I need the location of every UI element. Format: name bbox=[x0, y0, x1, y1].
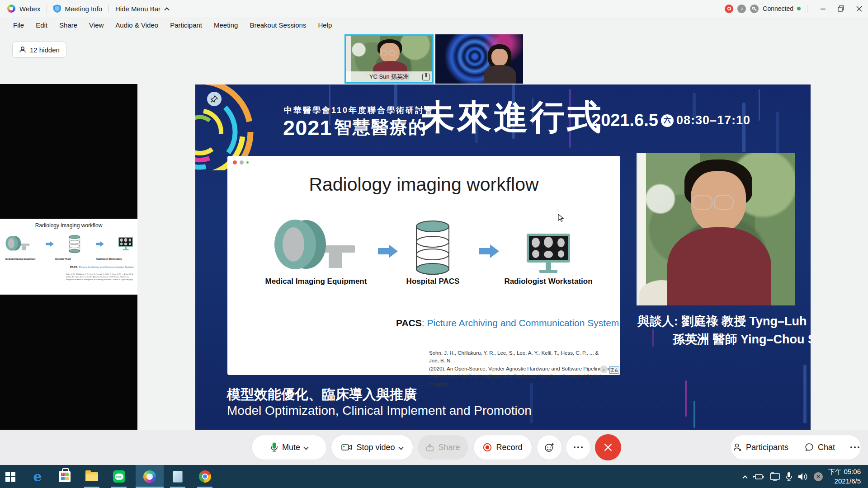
slide-thumbnail[interactable]: Radiology imaging workflow bbox=[0, 219, 137, 295]
start-button[interactable] bbox=[0, 465, 21, 488]
divider bbox=[108, 5, 109, 13]
record-button[interactable]: Record bbox=[474, 435, 532, 460]
person-icon bbox=[19, 46, 26, 53]
green-dot-icon bbox=[246, 161, 249, 164]
more-panels-button[interactable] bbox=[843, 446, 867, 448]
presentation-slide: Radiology imaging workflow bbox=[227, 156, 620, 375]
mini-step1-label: Medical Imaging Equipment bbox=[5, 258, 35, 260]
windows-taskbar: e LINE bbox=[0, 465, 868, 488]
music-mode-icon[interactable]: ♪ bbox=[737, 5, 746, 13]
hide-menu-bar-button[interactable]: Hide Menu Bar bbox=[115, 5, 160, 13]
mini-pacs-line: PACS: Picture Archiving and Communicatio… bbox=[70, 266, 134, 268]
more-options-button[interactable] bbox=[566, 435, 590, 460]
mini-workstation-icon bbox=[118, 237, 133, 251]
notification-badge-icon[interactable] bbox=[725, 5, 733, 13]
taskbar-store[interactable] bbox=[54, 465, 75, 488]
video-thumbnail-active-speaker[interactable]: YC Sun 孫英洲 bbox=[344, 34, 434, 84]
menu-help[interactable]: Help bbox=[312, 19, 338, 31]
menu-file[interactable]: File bbox=[7, 19, 30, 31]
slide-title: Radiology imaging workflow bbox=[227, 174, 620, 195]
restore-button[interactable] bbox=[832, 0, 850, 17]
session-title-zh: 模型效能優化、臨床導入與推廣 bbox=[227, 385, 417, 404]
taskbar-chrome[interactable] bbox=[194, 465, 215, 488]
chevron-down-icon[interactable] bbox=[398, 445, 403, 450]
radiology-workstation-icon bbox=[527, 234, 570, 275]
taskbar-clock[interactable]: 下午 05:06 2021/6/5 bbox=[828, 467, 863, 486]
banner-subtitle: 中華醫學會110年度聯合學術研討會 bbox=[284, 105, 434, 116]
slide-next-chevron: › bbox=[600, 366, 608, 373]
mouse-cursor-icon bbox=[557, 214, 564, 223]
close-button[interactable] bbox=[850, 0, 868, 17]
connection-status: Connected bbox=[763, 5, 793, 12]
taskbar-notepad[interactable] bbox=[167, 465, 188, 488]
minimize-button[interactable] bbox=[814, 0, 832, 17]
gray-dot-icon bbox=[240, 160, 244, 164]
mute-button[interactable]: Mute bbox=[252, 435, 326, 460]
speaker-icon[interactable] bbox=[797, 473, 808, 481]
pacs-definition: PACS: Picture Archiving and Communicatio… bbox=[396, 318, 619, 328]
pin-icon bbox=[211, 95, 218, 103]
folder-icon bbox=[85, 472, 98, 481]
taskbar-line[interactable]: LINE bbox=[108, 465, 129, 488]
meeting-info-button[interactable]: Meeting Info bbox=[65, 5, 102, 13]
mini-citation: Sohn, J. H., Chillakuru, Y. R., Lee, S.,… bbox=[66, 273, 134, 281]
tray-expand-icon[interactable] bbox=[743, 475, 748, 480]
menu-participant[interactable]: Participant bbox=[164, 19, 208, 31]
lock-key-icon[interactable] bbox=[750, 5, 759, 13]
panels-pill: Participants Chat bbox=[731, 435, 861, 460]
mini-database-icon bbox=[68, 235, 81, 253]
pacs-database-icon bbox=[414, 220, 452, 275]
microphone-icon bbox=[270, 442, 278, 453]
menu-breakout-sessions[interactable]: Breakout Sessions bbox=[244, 19, 312, 31]
chat-button[interactable]: Chat bbox=[797, 443, 843, 452]
taskbar-webex-active[interactable] bbox=[136, 465, 164, 488]
meeting-control-bar: Mute Stop video Share bbox=[0, 430, 868, 465]
muted-status-icon[interactable]: ✕ bbox=[814, 472, 823, 481]
hidden-participants-badge[interactable]: 12 hidden bbox=[12, 42, 66, 58]
title-bar: Webex Meeting Info Hide Menu Bar ♪ Conne… bbox=[0, 0, 868, 17]
banner-big-title: 未來進行式 bbox=[420, 94, 604, 141]
speaker-person bbox=[667, 160, 771, 305]
menu-audio-video[interactable]: Audio & Video bbox=[109, 19, 164, 31]
chrome-icon bbox=[199, 470, 211, 483]
connected-dot-icon bbox=[797, 7, 801, 10]
share-screen-mini-icon[interactable] bbox=[422, 74, 430, 80]
step1-label: Medical Imaging Equipment bbox=[253, 277, 379, 286]
menu-view[interactable]: View bbox=[83, 19, 109, 31]
close-x-icon bbox=[604, 443, 612, 451]
ellipsis-icon bbox=[850, 446, 859, 448]
video-thumbnail-second[interactable] bbox=[435, 34, 523, 84]
reactions-button[interactable] bbox=[537, 435, 561, 460]
record-icon bbox=[483, 443, 492, 452]
pin-video-button[interactable] bbox=[207, 92, 222, 106]
share-button[interactable]: Share bbox=[418, 435, 468, 460]
windows-logo-icon bbox=[5, 472, 15, 482]
leave-meeting-button[interactable] bbox=[595, 434, 621, 460]
taskbar-edge[interactable]: e bbox=[27, 465, 48, 488]
content-sidebar: Radiology imaging workflow bbox=[0, 84, 137, 432]
menu-edit[interactable]: Edit bbox=[30, 19, 53, 31]
stop-video-button[interactable]: Stop video bbox=[331, 435, 413, 460]
hidden-count-label: 12 hidden bbox=[30, 46, 60, 54]
taskbar-file-explorer[interactable] bbox=[81, 465, 102, 488]
panelist-line2: 孫英洲 醫師 Ying–Chou Sun bbox=[673, 331, 811, 347]
window-dots bbox=[233, 160, 249, 164]
chevron-down-icon[interactable] bbox=[303, 445, 308, 450]
microphone-tray-icon[interactable] bbox=[786, 472, 792, 481]
network-display-icon[interactable] bbox=[769, 472, 780, 481]
step3-label: Radiologist Workstation bbox=[503, 277, 594, 286]
battery-charging-icon[interactable] bbox=[752, 473, 764, 480]
clock-time: 下午 05:06 bbox=[828, 467, 861, 476]
menu-share[interactable]: Share bbox=[53, 19, 83, 31]
webex-meeting-window: Webex Meeting Info Hide Menu Bar ♪ Conne… bbox=[0, 0, 868, 488]
line-app-icon: LINE bbox=[113, 470, 125, 483]
mini-step3-label: Radiologist Workstation bbox=[96, 258, 122, 260]
divider bbox=[47, 5, 47, 13]
participants-icon bbox=[733, 443, 742, 452]
menu-meeting[interactable]: Meeting bbox=[208, 19, 244, 31]
chevron-up-icon bbox=[164, 7, 169, 12]
participants-button[interactable]: Participants bbox=[725, 443, 797, 452]
smiley-plus-icon bbox=[544, 442, 554, 452]
participant-video-person bbox=[484, 44, 516, 84]
window-frame bbox=[638, 153, 646, 305]
